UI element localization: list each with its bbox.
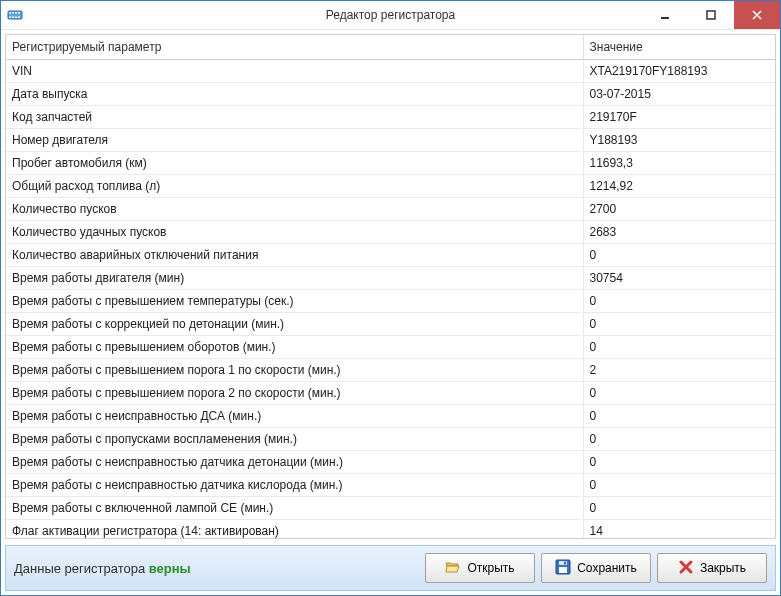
value-cell: 2 bbox=[583, 359, 775, 382]
param-cell: Время работы с неисправностью ДСА (мин.) bbox=[6, 405, 583, 428]
table-row[interactable]: Код запчастей219170F bbox=[6, 106, 775, 129]
open-button-label: Открыть bbox=[467, 561, 514, 575]
table-row[interactable]: Время работы с неисправностью ДСА (мин.)… bbox=[6, 405, 775, 428]
close-button-label: Закрыть bbox=[700, 561, 746, 575]
value-cell: 30754 bbox=[583, 267, 775, 290]
svg-rect-8 bbox=[18, 17, 20, 19]
param-cell: Код запчастей bbox=[6, 106, 583, 129]
svg-rect-2 bbox=[12, 12, 14, 14]
window-frame: Редактор регистратора Регистрируемый пар… bbox=[0, 0, 781, 596]
value-cell: 0 bbox=[583, 336, 775, 359]
svg-rect-5 bbox=[9, 17, 11, 19]
value-cell: 219170F bbox=[583, 106, 775, 129]
table-row[interactable]: Время работы с включенной лампой CE (мин… bbox=[6, 497, 775, 520]
status-text: Данные регистратора верны bbox=[14, 561, 191, 576]
value-cell: XTA219170FY188193 bbox=[583, 60, 775, 83]
param-cell: Время работы с превышением порога 2 по с… bbox=[6, 382, 583, 405]
close-window-button[interactable] bbox=[734, 1, 780, 29]
column-header-value[interactable]: Значение bbox=[583, 35, 775, 60]
table-row[interactable]: Флаг активации регистратора (14: активир… bbox=[6, 520, 775, 540]
param-cell: Время работы с превышением порога 1 по с… bbox=[6, 359, 583, 382]
status-ok: верны bbox=[149, 561, 191, 576]
svg-rect-6 bbox=[12, 17, 14, 19]
param-cell: Общий расход топлива (л) bbox=[6, 175, 583, 198]
value-cell: 0 bbox=[583, 405, 775, 428]
save-button[interactable]: Сохранить bbox=[541, 553, 651, 583]
value-cell: 0 bbox=[583, 290, 775, 313]
footer-bar: Данные регистратора верны Открыть Сохран… bbox=[5, 545, 776, 591]
maximize-button[interactable] bbox=[688, 1, 734, 29]
floppy-icon bbox=[555, 559, 571, 578]
open-button[interactable]: Открыть bbox=[425, 553, 535, 583]
column-header-param[interactable]: Регистрируемый параметр bbox=[6, 35, 583, 60]
table-row[interactable]: Дата выпуска03-07-2015 bbox=[6, 83, 775, 106]
param-cell: Время работы с включенной лампой CE (мин… bbox=[6, 497, 583, 520]
minimize-button[interactable] bbox=[642, 1, 688, 29]
value-cell: 0 bbox=[583, 428, 775, 451]
svg-rect-4 bbox=[18, 12, 20, 14]
table-row[interactable]: Время работы с превышением порога 2 по с… bbox=[6, 382, 775, 405]
value-cell: 0 bbox=[583, 244, 775, 267]
value-cell: 1214,92 bbox=[583, 175, 775, 198]
param-cell: Время работы с превышением температуры (… bbox=[6, 290, 583, 313]
param-cell: Номер двигателя bbox=[6, 129, 583, 152]
param-cell: Время работы с пропусками воспламенения … bbox=[6, 428, 583, 451]
param-cell: Время работы с неисправностью датчика де… bbox=[6, 451, 583, 474]
table-row[interactable]: Номер двигателяY188193 bbox=[6, 129, 775, 152]
svg-rect-14 bbox=[564, 561, 566, 564]
table-row[interactable]: Пробег автомобиля (км)11693,3 bbox=[6, 152, 775, 175]
param-cell: Флаг активации регистратора (14: активир… bbox=[6, 520, 583, 540]
table-row[interactable]: Время работы с превышением порога 1 по с… bbox=[6, 359, 775, 382]
table-row[interactable]: Время работы с превышением температуры (… bbox=[6, 290, 775, 313]
param-cell: Количество удачных пусков bbox=[6, 221, 583, 244]
param-cell: Время работы с коррекцией по детонации (… bbox=[6, 313, 583, 336]
param-cell: Время работы с неисправностью датчика ки… bbox=[6, 474, 583, 497]
value-cell: 2683 bbox=[583, 221, 775, 244]
value-cell: 0 bbox=[583, 451, 775, 474]
value-cell: 0 bbox=[583, 497, 775, 520]
value-cell: Y188193 bbox=[583, 129, 775, 152]
table-row[interactable]: Время работы с пропусками воспламенения … bbox=[6, 428, 775, 451]
close-button[interactable]: Закрыть bbox=[657, 553, 767, 583]
folder-open-icon bbox=[445, 559, 461, 578]
save-button-label: Сохранить bbox=[577, 561, 637, 575]
table-row[interactable]: Общий расход топлива (л)1214,92 bbox=[6, 175, 775, 198]
table-row[interactable]: Количество аварийных отключений питания0 bbox=[6, 244, 775, 267]
titlebar: Редактор регистратора bbox=[1, 1, 780, 30]
svg-rect-1 bbox=[9, 12, 11, 14]
table-row[interactable]: Количество удачных пусков2683 bbox=[6, 221, 775, 244]
param-cell: Дата выпуска bbox=[6, 83, 583, 106]
value-cell: 0 bbox=[583, 474, 775, 497]
param-cell: Время работы двигателя (мин) bbox=[6, 267, 583, 290]
param-cell: Пробег автомобиля (км) bbox=[6, 152, 583, 175]
value-cell: 14 bbox=[583, 520, 775, 540]
value-cell: 2700 bbox=[583, 198, 775, 221]
status-prefix: Данные регистратора bbox=[14, 561, 149, 576]
param-cell: VIN bbox=[6, 60, 583, 83]
svg-rect-3 bbox=[15, 12, 17, 14]
value-cell: 0 bbox=[583, 313, 775, 336]
param-cell: Количество пусков bbox=[6, 198, 583, 221]
table-row[interactable]: VINXTA219170FY188193 bbox=[6, 60, 775, 83]
param-cell: Количество аварийных отключений питания bbox=[6, 244, 583, 267]
close-icon bbox=[678, 559, 694, 578]
value-cell: 03-07-2015 bbox=[583, 83, 775, 106]
svg-rect-7 bbox=[15, 17, 17, 19]
table-row[interactable]: Время работы с превышением оборотов (мин… bbox=[6, 336, 775, 359]
table-row[interactable]: Время работы с коррекцией по детонации (… bbox=[6, 313, 775, 336]
table-row[interactable]: Время работы с неисправностью датчика ки… bbox=[6, 474, 775, 497]
svg-rect-10 bbox=[707, 11, 715, 19]
svg-rect-9 bbox=[661, 17, 669, 19]
table-row[interactable]: Время работы с неисправностью датчика де… bbox=[6, 451, 775, 474]
table-row[interactable]: Время работы двигателя (мин)30754 bbox=[6, 267, 775, 290]
parameter-grid[interactable]: Регистрируемый параметр Значение VINXTA2… bbox=[5, 34, 776, 539]
value-cell: 11693,3 bbox=[583, 152, 775, 175]
parameter-table: Регистрируемый параметр Значение VINXTA2… bbox=[6, 35, 775, 539]
window-controls bbox=[642, 1, 780, 29]
value-cell: 0 bbox=[583, 382, 775, 405]
param-cell: Время работы с превышением оборотов (мин… bbox=[6, 336, 583, 359]
table-row[interactable]: Количество пусков2700 bbox=[6, 198, 775, 221]
svg-rect-13 bbox=[559, 567, 567, 573]
content-area: Регистрируемый параметр Значение VINXTA2… bbox=[1, 30, 780, 541]
app-icon bbox=[7, 7, 23, 23]
